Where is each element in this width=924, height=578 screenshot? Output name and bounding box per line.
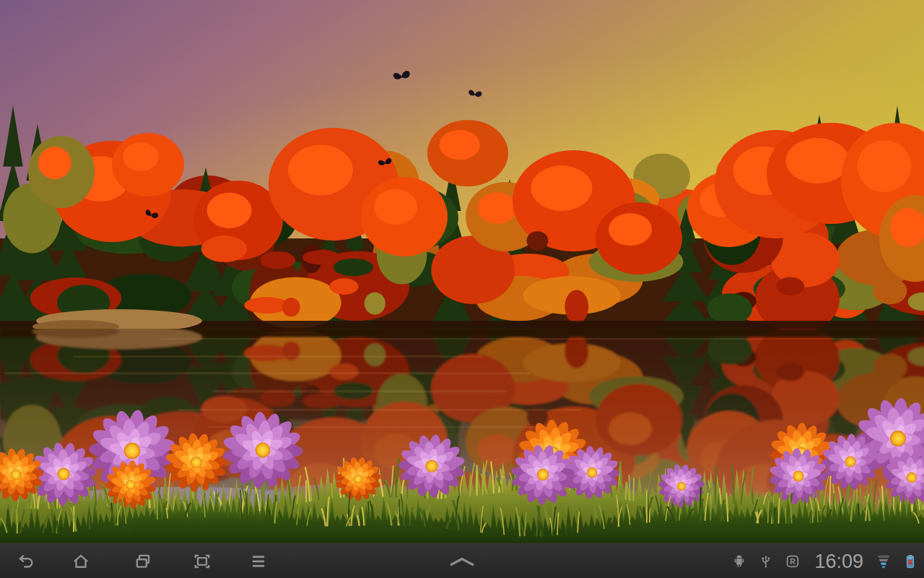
screen-capture-button[interactable]: [185, 544, 219, 578]
roaming-letter: R: [790, 557, 796, 566]
back-arrow-icon: [17, 552, 35, 571]
system-bar: R 16:09: [0, 543, 924, 578]
recent-apps-button[interactable]: [126, 544, 160, 578]
chevron-up-icon: [446, 556, 478, 567]
status-clock: 16:09: [814, 544, 863, 578]
status-icon-cluster: R 16:09: [731, 544, 918, 578]
signal-strength-icon: [876, 553, 892, 569]
screen-capture-icon: [193, 552, 212, 571]
wallpaper-scene: [0, 0, 924, 543]
roaming-icon: R: [785, 553, 801, 569]
live-wallpaper[interactable]: [0, 0, 924, 543]
recent-apps-icon: [134, 552, 152, 571]
tablet-screen: R 16:09: [0, 0, 924, 578]
usb-debugging-icon: [731, 553, 747, 569]
quick-access-chevron-button[interactable]: [445, 544, 479, 578]
battery-alert-icon: [902, 553, 918, 569]
home-icon: [71, 552, 90, 571]
back-button[interactable]: [9, 544, 43, 578]
menu-button[interactable]: [241, 544, 276, 578]
menu-icon: [249, 552, 268, 571]
home-button[interactable]: [64, 544, 98, 578]
usb-connected-icon: [758, 553, 774, 569]
